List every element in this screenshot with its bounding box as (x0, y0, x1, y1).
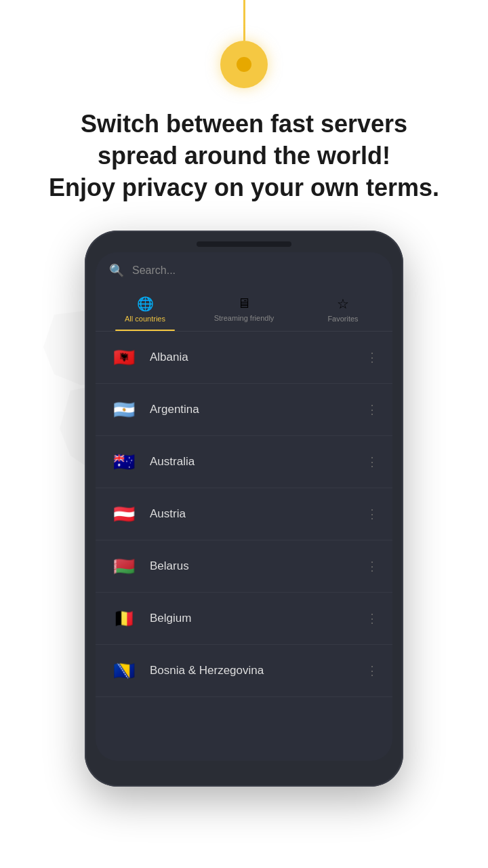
headline-section: Switch between fast servers spread aroun… (0, 88, 488, 231)
country-name: Belgium (150, 612, 355, 625)
flag-belarus: 🇧🇾 (109, 551, 139, 581)
phone-notch (96, 241, 392, 247)
more-menu-icon[interactable]: ⋮ (366, 507, 379, 521)
wire-line (243, 0, 245, 41)
phone-speaker (197, 241, 291, 247)
country-name: Austria (150, 507, 355, 521)
country-list: 🇦🇱 Albania ⋮ 🇦🇷 Argentina ⋮ 🇦🇺 Australia… (96, 332, 392, 697)
country-name: Australia (150, 455, 355, 469)
top-decoration (0, 0, 488, 88)
list-item[interactable]: 🇦🇷 Argentina ⋮ (96, 384, 392, 436)
more-menu-icon[interactable]: ⋮ (366, 454, 379, 469)
tab-all-countries[interactable]: 🌐 All countries (96, 289, 195, 331)
star-icon: ☆ (337, 296, 349, 312)
phone-mockup: 🔍 Search... 🌐 All countries 🖥 Streaming … (0, 231, 488, 787)
tab-bar: 🌐 All countries 🖥 Streaming friendly ☆ F… (96, 289, 392, 332)
headline-text: Switch between fast servers spread aroun… (41, 108, 447, 203)
list-item[interactable]: 🇧🇪 Belgium ⋮ (96, 593, 392, 645)
flag-argentina: 🇦🇷 (109, 395, 139, 425)
list-item[interactable]: 🇦🇹 Austria ⋮ (96, 488, 392, 540)
more-menu-icon[interactable]: ⋮ (366, 559, 379, 574)
list-item[interactable]: 🇧🇾 Belarus ⋮ (96, 540, 392, 593)
flag-belgium: 🇧🇪 (109, 604, 139, 633)
list-item[interactable]: 🇦🇺 Australia ⋮ (96, 436, 392, 488)
bulb-inner (237, 57, 251, 72)
bulb-icon (220, 41, 268, 88)
flag-albania: 🇦🇱 (109, 342, 139, 372)
search-bar[interactable]: 🔍 Search... (96, 252, 392, 289)
phone-frame: 🔍 Search... 🌐 All countries 🖥 Streaming … (85, 231, 403, 787)
tab-favorites-label: Favorites (327, 315, 358, 323)
list-item[interactable]: 🇦🇱 Albania ⋮ (96, 332, 392, 384)
list-item[interactable]: 🇧🇦 Bosnia & Herzegovina ⋮ (96, 645, 392, 697)
country-name: Bosnia & Herzegovina (150, 664, 355, 677)
more-menu-icon[interactable]: ⋮ (366, 611, 379, 626)
search-input[interactable]: Search... (132, 264, 379, 277)
country-name: Belarus (150, 559, 355, 573)
phone-screen: 🔍 Search... 🌐 All countries 🖥 Streaming … (96, 252, 392, 761)
tab-favorites[interactable]: ☆ Favorites (293, 289, 392, 331)
country-name: Argentina (150, 403, 355, 416)
globe-icon: 🌐 (137, 296, 154, 312)
flag-bosnia: 🇧🇦 (109, 656, 139, 686)
more-menu-icon[interactable]: ⋮ (366, 663, 379, 678)
monitor-icon: 🖥 (237, 296, 251, 311)
flag-australia: 🇦🇺 (109, 447, 139, 477)
country-name: Albania (150, 351, 355, 364)
tab-streaming[interactable]: 🖥 Streaming friendly (195, 289, 293, 331)
search-icon: 🔍 (109, 263, 124, 278)
tab-streaming-label: Streaming friendly (214, 314, 274, 322)
flag-austria: 🇦🇹 (109, 499, 139, 529)
more-menu-icon[interactable]: ⋮ (366, 402, 379, 417)
tab-all-countries-label: All countries (125, 315, 165, 323)
more-menu-icon[interactable]: ⋮ (366, 350, 379, 365)
